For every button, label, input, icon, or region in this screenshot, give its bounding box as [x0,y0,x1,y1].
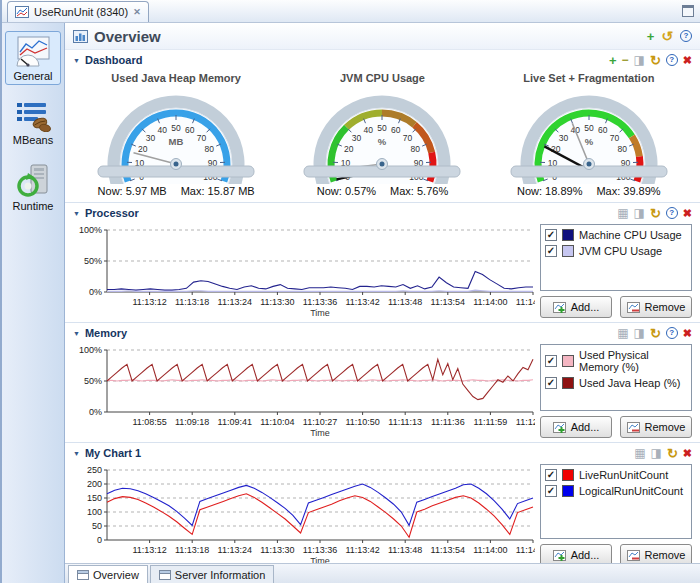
series-checkbox[interactable]: ✓ [545,469,557,481]
svg-text:11:11:36: 11:11:36 [431,417,465,427]
add-button[interactable]: Add... [540,416,612,438]
restore-icon[interactable] [682,5,694,17]
svg-text:11:13:54: 11:13:54 [431,297,465,307]
close-icon[interactable]: ✖ [683,328,692,339]
gauge-max-value: Max: 39.89% [596,185,660,197]
svg-text:Time: Time [310,556,330,563]
refresh-icon[interactable]: ↻ [650,327,661,340]
editor-toolbar: +↺? [647,29,692,43]
series-label: Machine CPU Usage [579,229,682,241]
series-label: LogicalRunUnitCount [579,485,683,497]
svg-text:0: 0 [97,535,102,545]
sidebar-item-mbeans[interactable]: MBeans [5,95,61,149]
svg-text:50: 50 [584,123,594,133]
accessibility-icon[interactable]: ◨ [634,207,645,219]
app-window: UseRunUnit (8340) ✕ General [0,0,700,583]
series-swatch [562,377,574,389]
svg-text:20: 20 [138,144,148,154]
mychart-section: ▼ My Chart 1 ▦◨↻✖ 05010015020025011:13:1… [65,442,700,563]
sidebar-item-runtime[interactable]: Runtime [5,159,61,215]
remove-button[interactable]: Remove [620,416,692,438]
collapse-icon[interactable]: ▼ [73,330,80,337]
close-icon[interactable]: ✖ [683,448,692,459]
svg-text:30: 30 [352,133,362,143]
svg-text:11:13:36: 11:13:36 [303,545,337,555]
sidebar: General MBeans [2,23,65,583]
collapse-icon[interactable]: ▼ [73,57,80,64]
tab-label: Server Information [175,569,265,581]
collapse-icon[interactable]: ▼ [73,450,80,457]
svg-text:70: 70 [403,133,413,143]
svg-text:40: 40 [364,125,374,135]
series-checkbox[interactable]: ✓ [545,485,557,497]
bottom-tabstrip: Overview Server Information [65,563,700,583]
memory-section: ▼ Memory ▦◨↻?✖ 0%50%100%11:08:5511:09:18… [65,322,700,442]
processor-section: ▼ Processor ▦◨↻?✖ 0%50%100%11:13:1211:13… [65,202,700,322]
sidebar-item-label: MBeans [13,134,53,146]
help-icon[interactable]: ? [680,30,692,42]
gauge-title: JVM CPU Usage [340,72,425,84]
svg-text:200: 200 [87,479,102,489]
help-icon[interactable]: ? [666,54,678,66]
add-button[interactable]: Add... [540,544,612,563]
tab-chart-icon [15,6,29,18]
close-icon[interactable]: ✖ [683,55,692,66]
svg-text:%: % [378,136,387,147]
svg-text:11:13:18: 11:13:18 [175,297,209,307]
svg-text:11:11:59: 11:11:59 [474,417,508,427]
general-icon [15,36,51,68]
series-checkbox[interactable]: ✓ [545,355,557,367]
tab-close-icon[interactable]: ✕ [133,7,141,17]
accessibility-icon[interactable]: ◨ [634,327,645,339]
svg-text:11:13:24: 11:13:24 [218,545,252,555]
editor-tabstrip: UseRunUnit (8340) ✕ [2,0,700,23]
svg-text:40: 40 [158,125,168,135]
svg-text:20: 20 [344,144,354,154]
svg-text:11:13:42: 11:13:42 [345,545,379,555]
refresh-icon[interactable]: ↻ [650,54,661,67]
help-icon[interactable]: ? [666,207,678,219]
svg-text:Time: Time [310,428,330,438]
gauge-max-value: Max: 15.87 MB [181,185,255,197]
remove-button[interactable]: Remove [620,296,692,318]
refresh-icon[interactable]: ↻ [667,447,678,460]
series-checkbox[interactable]: ✓ [545,229,557,241]
svg-text:50%: 50% [84,376,102,386]
freeze-icon[interactable]: ▦ [617,327,628,339]
tab-server-information[interactable]: Server Information [150,565,274,583]
freeze-icon[interactable]: ▦ [634,447,645,459]
gauge-row: Used Java Heap Memory0102030405060708090… [73,70,692,202]
accessibility-icon[interactable]: ◨ [634,54,645,66]
svg-text:100%: 100% [79,225,102,235]
gauge-title: Live Set + Fragmentation [523,72,654,84]
help-icon[interactable]: ? [666,327,678,339]
add-icon[interactable]: + [609,54,617,67]
sidebar-item-general[interactable]: General [5,31,61,85]
svg-text:50: 50 [171,123,181,133]
svg-text:11:11:13: 11:11:13 [388,417,422,427]
series-checkbox[interactable]: ✓ [545,245,557,257]
sidebar-item-label: General [13,70,52,82]
freeze-icon[interactable]: ▦ [617,207,628,219]
legend-row: ✓Used Physical Memory (%) [545,349,687,373]
remove-chart-icon [627,550,640,561]
svg-text:60: 60 [185,125,195,135]
editor-tab-userununit[interactable]: UseRunUnit (8340) ✕ [7,1,149,22]
collapse-icon[interactable]: ▼ [73,210,80,217]
remove-button[interactable]: Remove [620,544,692,563]
svg-text:30: 30 [559,133,569,143]
tab-overview[interactable]: Overview [68,565,148,583]
remove-icon[interactable]: − [622,54,629,66]
svg-text:11:14:00: 11:14:00 [473,297,507,307]
gauge-live-set: Live Set + Fragmentation0102030405060708… [486,71,691,197]
svg-text:0%: 0% [89,407,102,417]
add-icon[interactable]: + [647,30,655,43]
refresh-icon[interactable]: ↻ [650,207,661,220]
accessibility-icon[interactable]: ◨ [651,447,662,459]
add-button[interactable]: Add... [540,296,612,318]
reset-icon[interactable]: ↺ [661,29,673,43]
series-checkbox[interactable]: ✓ [545,377,557,389]
close-icon[interactable]: ✖ [683,208,692,219]
add-button-label: Add... [571,421,600,433]
gauge-title: Used Java Heap Memory [111,72,241,84]
